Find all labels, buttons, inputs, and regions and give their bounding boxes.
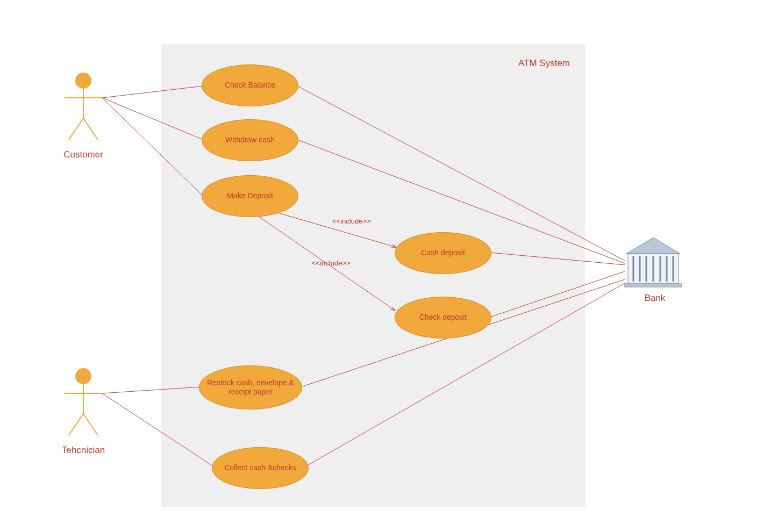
svg-rect-19 [625, 284, 682, 287]
usecase-label: Collect cash &checks [224, 463, 296, 473]
include-label-1: <<include>> [332, 217, 371, 225]
svg-point-5 [76, 369, 91, 384]
usecase-collect: Collect cash &checks [212, 447, 309, 489]
usecase-label: Cash deposit [421, 248, 465, 258]
assoc-bank-checkdeposit [490, 271, 625, 317]
actor-customer-label: Customer [59, 149, 108, 160]
svg-line-9 [83, 414, 98, 435]
assoc-bank-cashdeposit [490, 253, 625, 265]
svg-line-4 [83, 118, 98, 140]
usecase-label: Restock cash, envelope & receipt paper [205, 378, 296, 397]
usecase-restock: Restock cash, envelope & receipt paper [199, 365, 302, 409]
usecase-label: Withdraw cash [225, 135, 275, 145]
assoc-customer-withdraw [102, 98, 203, 140]
svg-line-3 [69, 118, 83, 140]
actor-bank-icon [625, 238, 682, 287]
svg-point-0 [76, 73, 91, 88]
assoc-tech-restock [102, 387, 201, 393]
svg-line-8 [69, 414, 83, 435]
usecase-make-deposit: Make Deposit [202, 175, 298, 217]
assoc-customer-deposit [102, 98, 203, 196]
usecase-cash-deposit: Cash deposit [395, 232, 491, 274]
assoc-customer-checkbalance [102, 86, 203, 98]
usecase-label: Make Deposit [227, 191, 273, 201]
connectors-layer [0, 0, 757, 532]
svg-marker-10 [626, 238, 680, 254]
usecase-withdraw-cash: Withdraw cash [202, 119, 298, 161]
actor-customer-icon [65, 73, 102, 140]
actor-technician-icon [65, 369, 102, 435]
diagram-canvas: ATM System [0, 0, 757, 532]
usecase-check-deposit: Check deposit [395, 297, 491, 339]
include-label-2: <<include>> [312, 259, 351, 267]
usecase-label: Check deposit [419, 313, 467, 322]
usecase-check-balance: Check Balance [202, 64, 298, 106]
assoc-tech-collect [102, 393, 215, 468]
usecase-label: Check Balance [225, 81, 275, 90]
actor-technician-label: Tehcnician [59, 445, 108, 456]
actor-bank-label: Bank [639, 293, 671, 304]
